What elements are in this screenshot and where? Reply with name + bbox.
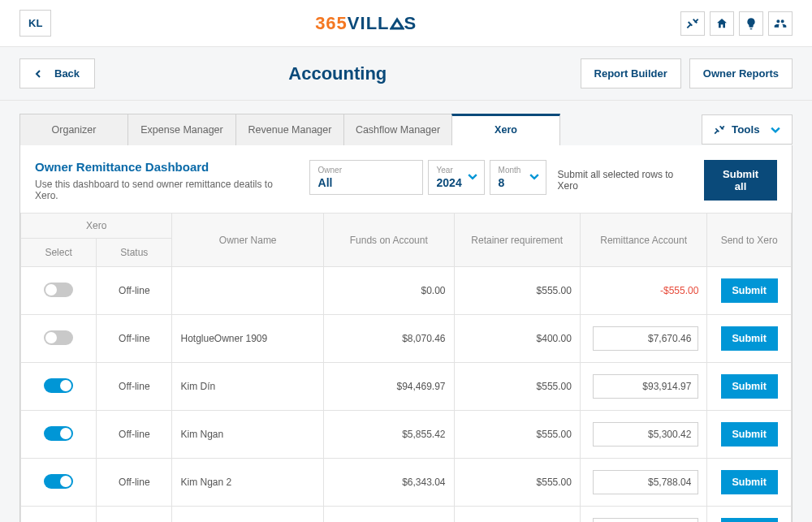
filter-owner-value: All <box>318 176 333 189</box>
header-icons <box>680 11 793 36</box>
retainer-cell: $555.00 <box>454 507 580 523</box>
submit-all-text: Submit all selected rows to Xero <box>558 169 697 192</box>
submit-all-button[interactable]: Submit all <box>704 160 777 201</box>
chevron-down-icon <box>468 171 477 183</box>
chevron-down-icon <box>771 125 780 135</box>
filter-year-value: 2024 <box>437 176 462 189</box>
funds-cell: $94,469.97 <box>323 363 454 411</box>
select-toggle[interactable] <box>44 426 73 441</box>
table-row: Off-lineKim Ngan 2$6,343.04$555.00Submit <box>21 459 792 507</box>
submit-button[interactable]: Submit <box>721 326 778 351</box>
th-remit: Remittance Account <box>580 214 706 267</box>
logo-365: 365 <box>315 13 348 33</box>
tab-row: Organizer Expense Manager Revenue Manage… <box>19 101 793 145</box>
tools-dropdown[interactable]: Tools <box>702 114 793 145</box>
remit-cell <box>580 507 706 523</box>
tab-cashflow[interactable]: Cashflow Manager <box>343 114 452 145</box>
th-send: Send to Xero <box>707 214 792 267</box>
funds-cell: $8,070.46 <box>323 315 454 363</box>
remit-input[interactable] <box>593 374 698 399</box>
remit-input[interactable] <box>593 422 698 447</box>
owner-cell: Kim Ngan <box>172 411 323 459</box>
filter-owner[interactable]: Owner All <box>309 160 423 195</box>
report-builder-button[interactable]: Report Builder <box>581 58 681 88</box>
select-toggle[interactable] <box>44 378 73 393</box>
th-status: Status <box>97 239 172 267</box>
submit-button[interactable]: Submit <box>721 278 778 303</box>
th-select: Select <box>21 239 97 267</box>
filter-month[interactable]: Month 8 <box>490 160 546 195</box>
tab-expense[interactable]: Expense Manager <box>127 114 236 145</box>
home-icon[interactable] <box>710 11 734 36</box>
panel-title: Owner Remittance Dashboard <box>35 160 298 174</box>
remit-input[interactable] <box>593 470 698 494</box>
logo-a-icon <box>390 13 404 33</box>
logo: 365VILLS <box>315 13 417 34</box>
retainer-cell: $555.00 <box>454 267 580 315</box>
status-cell: Off-line <box>97 507 172 523</box>
back-label: Back <box>54 67 80 80</box>
retainer-cell: $400.00 <box>454 315 580 363</box>
status-cell: Off-line <box>97 315 172 363</box>
submit-button[interactable]: Submit <box>721 374 778 399</box>
tab-organizer[interactable]: Organizer <box>19 114 128 145</box>
select-toggle[interactable] <box>44 283 73 297</box>
funds-cell: $0.00 <box>323 267 454 315</box>
remit-cell: -$555.00 <box>580 267 706 315</box>
submit-area: Submit all selected rows to Xero Submit … <box>558 160 777 201</box>
submit-button[interactable]: Submit <box>721 422 778 447</box>
funds-cell: $3,200.00 <box>323 507 454 523</box>
panel: Owner Remittance Dashboard Use this dash… <box>19 145 793 522</box>
filter-owner-label: Owner <box>318 166 414 175</box>
submit-button[interactable]: Submit <box>721 470 778 494</box>
owner-cell: Kim Dín <box>172 363 323 411</box>
avatar[interactable]: KL <box>19 10 51 37</box>
retainer-cell: $555.00 <box>454 459 580 507</box>
header-buttons: Report Builder Owner Reports <box>581 58 793 88</box>
logo-s: S <box>404 13 417 33</box>
select-toggle[interactable] <box>44 330 73 345</box>
remit-input[interactable] <box>593 518 698 522</box>
tab-revenue[interactable]: Revenue Manager <box>235 114 344 145</box>
back-button[interactable]: Back <box>19 58 95 88</box>
tools-icon[interactable] <box>680 11 705 36</box>
remit-cell <box>580 363 706 411</box>
remit-cell <box>580 411 706 459</box>
owner-cell <box>172 267 323 315</box>
tabs: Organizer Expense Manager Revenue Manage… <box>19 114 702 145</box>
status-cell: Off-line <box>97 267 172 315</box>
users-icon[interactable] <box>768 11 793 36</box>
th-retainer: Retainer requirement <box>454 214 580 267</box>
owner-reports-button[interactable]: Owner Reports <box>689 58 793 88</box>
sub-header: Back Accounting Report Builder Owner Rep… <box>0 47 812 101</box>
table-row: Off-lineKim Dín$94,469.97$555.00Submit <box>21 363 792 411</box>
owner-cell: Kim Ngan 2 <box>172 459 323 507</box>
logo-villas: VILL <box>348 13 390 33</box>
page-title: Accounting <box>288 63 387 84</box>
table-row: Off-lineKim Ngan Ly$3,200.00$555.00Submi… <box>21 507 792 523</box>
status-cell: Off-line <box>97 459 172 507</box>
filter-year[interactable]: Year 2024 <box>428 160 485 195</box>
select-toggle[interactable] <box>44 474 73 489</box>
status-cell: Off-line <box>97 363 172 411</box>
status-cell: Off-line <box>97 411 172 459</box>
chevron-left-icon <box>35 70 43 78</box>
funds-cell: $6,343.04 <box>323 459 454 507</box>
filters: Owner All Year 2024 Month 8 <box>309 160 546 195</box>
panel-top: Owner Remittance Dashboard Use this dash… <box>20 160 792 213</box>
th-funds: Funds on Account <box>323 214 454 267</box>
remit-input[interactable] <box>593 326 698 351</box>
submit-button[interactable]: Submit <box>721 518 778 522</box>
remit-cell <box>580 459 706 507</box>
th-owner: Owner Name <box>172 214 323 267</box>
tools-small-icon <box>714 124 725 136</box>
bulb-icon[interactable] <box>739 11 763 36</box>
chevron-down-icon <box>529 171 539 183</box>
table-row: Off-line$0.00$555.00-$555.00Submit <box>21 267 792 315</box>
remit-value: -$555.00 <box>660 285 698 296</box>
tab-xero[interactable]: Xero <box>451 114 560 145</box>
retainer-cell: $555.00 <box>454 363 580 411</box>
table-row: Off-lineKim Ngan$5,855.42$555.00Submit <box>21 411 792 459</box>
top-header: KL 365VILLS <box>0 0 812 47</box>
remittance-table: Xero Owner Name Funds on Account Retaine… <box>20 213 792 522</box>
